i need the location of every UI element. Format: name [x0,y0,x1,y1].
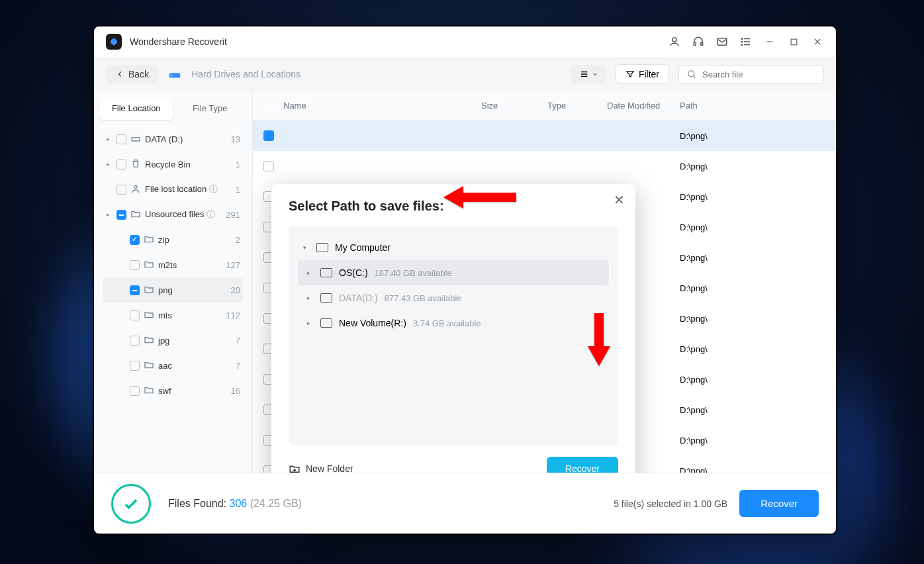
back-label: Back [128,69,149,79]
tree-item[interactable]: ▸Unsourced files ⓘ291 [103,202,243,227]
save-path-modal: ✕ Select Path to save files: ▾ My Comput… [271,184,635,473]
modal-recover-button[interactable]: Recover [547,457,618,473]
tree-item[interactable]: aac7 [103,353,243,378]
minimize-icon[interactable] [763,35,776,48]
svg-point-9 [741,44,743,46]
tree-item[interactable]: File lost location ⓘ1 [103,177,243,202]
new-folder-icon [289,463,300,473]
titlebar: Wondershare Recoverit [94,26,836,57]
tree-item[interactable]: jpg7 [103,328,243,353]
app-logo-icon [106,34,122,50]
svg-rect-2 [701,42,703,46]
tree-item[interactable]: ▸Recycle Bin1 [103,152,243,177]
new-folder-button[interactable]: New Folder [289,463,353,473]
file-tree: ▸DATA (D:)13▸Recycle Bin1File lost locat… [94,125,252,473]
toolbar: Back Hard Drives and Locations Filter [94,57,836,91]
tree-item[interactable]: zip2 [103,227,243,252]
location-breadcrumb[interactable]: Hard Drives and Locations [191,69,300,79]
files-found-label: Files Found: 306 (24.25 GB) [168,498,302,510]
app-window: Wondershare Recoverit Back Hard Drives a… [93,25,837,535]
table-row[interactable]: D:\png\ [253,151,836,181]
account-icon[interactable] [668,35,681,48]
arrow-left-icon [115,70,124,79]
filter-button[interactable]: Filter [616,64,669,84]
svg-point-0 [672,38,676,42]
headset-icon[interactable] [692,35,705,48]
svg-point-15 [171,75,173,76]
footer: Files Found: 306 (24.25 GB) 5 file(s) se… [94,473,836,534]
view-mode-button[interactable] [571,65,606,83]
tab-file-type[interactable]: File Type [173,97,248,120]
tree-collapse-icon[interactable]: ▾ [303,244,310,251]
col-date[interactable]: Date Modified [607,101,680,111]
mail-icon[interactable] [716,35,729,48]
drive-panel: ▾ My Computer ▸OS(C:)187.40 GB available… [289,226,618,445]
menu-icon[interactable] [739,35,753,48]
svg-rect-14 [169,73,181,77]
selection-status: 5 file(s) selected in 1.00 GB [614,498,727,509]
tree-item[interactable]: mts112 [103,303,243,328]
drive-item: ▸DATA(D:)877.43 GB available [298,285,609,310]
sidebar-tabs: File Location File Type [99,97,247,120]
app-title: Wondershare Recoverit [130,36,227,47]
search-field[interactable] [702,70,815,79]
svg-line-20 [693,75,695,77]
list-icon [578,69,589,79]
col-path[interactable]: Path [680,101,825,111]
maximize-icon[interactable] [787,35,800,48]
back-button[interactable]: Back [106,65,158,83]
scan-complete-icon [111,484,151,524]
filter-icon [625,70,635,79]
table-row[interactable]: D:\png\ [253,120,836,151]
tree-item[interactable]: png20 [103,277,243,303]
modal-title: Select Path to save files: [289,199,618,214]
svg-rect-21 [132,137,140,140]
tab-file-location[interactable]: File Location [99,97,173,120]
search-input[interactable] [678,65,824,84]
drive-item[interactable]: ▸OS(C:)187.40 GB available [298,260,609,285]
computer-icon [316,243,328,252]
drive-item[interactable]: ▸New Volume(R:)3.74 GB available [298,310,609,336]
svg-point-8 [741,41,743,42]
svg-rect-11 [791,39,797,45]
svg-point-19 [688,70,694,76]
col-size[interactable]: Size [481,101,547,111]
chevron-down-icon [592,71,598,77]
search-icon [687,70,697,79]
tree-item[interactable]: swf16 [103,378,243,403]
drive-root[interactable]: ▾ My Computer [298,235,609,260]
recover-button[interactable]: Recover [739,490,819,517]
modal-close-icon[interactable]: ✕ [614,192,625,208]
col-type[interactable]: Type [547,101,607,111]
svg-rect-1 [694,42,696,46]
close-icon[interactable] [811,35,824,48]
tree-item[interactable]: m2ts127 [103,252,243,277]
sidebar: File Location File Type ▸DATA (D:)13▸Rec… [94,91,253,473]
svg-point-22 [134,185,137,188]
list-header: Name Size Type Date Modified Path [253,91,836,120]
tree-item[interactable]: ▸DATA (D:)13 [103,126,243,152]
col-name[interactable]: Name [283,101,481,111]
svg-point-7 [741,38,743,40]
drive-location-icon [167,67,182,81]
